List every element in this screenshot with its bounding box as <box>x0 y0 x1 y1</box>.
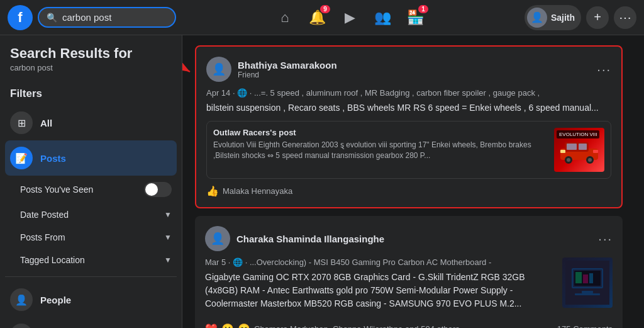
post2-content-row: Mar 5 · 🌐 · ...Overclocking) - MSI B450 … <box>205 257 613 317</box>
svg-rect-17 <box>589 273 593 283</box>
filters-title: Filters <box>5 82 177 105</box>
svg-rect-4 <box>579 144 587 150</box>
post2-avatar: 👤 <box>205 226 230 251</box>
shared-post-content: Outlaw Racers's post Evolution Viii Eigh… <box>213 128 548 172</box>
date-posted-item[interactable]: Date Posted ▼ <box>15 203 177 226</box>
plus-icon: + <box>594 10 601 25</box>
svg-rect-19 <box>575 293 600 295</box>
all-icon: ⊞ <box>10 111 33 134</box>
posts-from-chevron: ▼ <box>164 233 172 242</box>
search-results-title: Search Results for <box>5 45 177 63</box>
groups-icon: 👥 <box>374 9 391 26</box>
sidebar: Search Results for carbon post Filters ⊞… <box>0 35 182 328</box>
search-input[interactable] <box>62 12 163 23</box>
people-icon: 👤 <box>10 288 33 311</box>
sidebar-item-photos[interactable]: 🖼️ Photos <box>5 317 177 328</box>
wow-emoji: 😮 <box>221 323 234 328</box>
sidebar-people-label: People <box>40 295 71 305</box>
shared-post-title: Outlaw Racers's post <box>213 128 548 137</box>
post1-date: Apr 14 · 🌐 · ...=. 5 speed , aluminum ro… <box>206 88 611 98</box>
nav-home-button[interactable]: ⌂ <box>270 3 300 33</box>
facebook-logo: f <box>8 5 33 30</box>
play-icon: ▶ <box>345 9 355 26</box>
user-profile-button[interactable]: 👤 Sajith <box>525 5 581 30</box>
svg-rect-18 <box>582 291 593 293</box>
user-name: Sajith <box>551 13 575 23</box>
body-layout: Search Results for carbon post Filters ⊞… <box>0 35 644 328</box>
heart-emoji: ❤️ <box>205 323 218 328</box>
tagged-location-chevron: ▼ <box>164 256 172 264</box>
nav-notifications-button[interactable]: 🔔 9 <box>303 3 333 33</box>
sidebar-item-all[interactable]: ⊞ All <box>5 105 177 140</box>
search-icon: 🔍 <box>47 13 57 23</box>
posts-seen-label: Posts You've Seen <box>20 184 93 195</box>
post1-avatar: 👤 <box>206 57 231 82</box>
home-icon: ⌂ <box>280 9 289 26</box>
sidebar-all-label: All <box>40 118 52 128</box>
tagged-location-label: Tagged Location <box>20 255 85 265</box>
photos-icon: 🖼️ <box>10 324 33 328</box>
svg-rect-9 <box>560 150 565 153</box>
posts-you-seen-item[interactable]: Posts You've Seen <box>15 176 177 203</box>
svg-point-8 <box>588 158 592 162</box>
svg-point-6 <box>567 158 570 162</box>
search-query-text: carbon post <box>5 63 177 82</box>
nav-right: 👤 Sajith + ⋯ <box>525 5 636 30</box>
post2-reactions: ❤️ 😮 😄 Chamara Madushan, Channa Wijerath… <box>205 323 613 328</box>
nav-groups-button[interactable]: 👥 <box>368 3 398 33</box>
post2-text-block: Mar 5 · 🌐 · ...Overclocking) - MSI B450 … <box>205 257 556 317</box>
post1-subtitle: Friend <box>238 71 591 79</box>
evolution-label: EVOLUTION VIII <box>557 130 599 139</box>
post2-username[interactable]: Charaka Shaminda Illangasinghe <box>236 234 592 244</box>
post1-reaction-user: Malaka Hennayaka <box>223 186 292 196</box>
shared-post-image: EVOLUTION VIII <box>554 128 604 172</box>
avatar: 👤 <box>527 8 547 28</box>
svg-rect-10 <box>593 150 598 153</box>
nav-marketplace-button[interactable]: 🏪 1 <box>401 3 431 33</box>
post2-image <box>562 257 613 308</box>
post1-reactions: 👍 Malaka Hennayaka <box>206 185 611 197</box>
post2-reaction-users: Chamara Madushan, Channa Wijerathne and … <box>254 324 460 328</box>
tagged-location-item[interactable]: Tagged Location ▼ <box>15 249 177 271</box>
post1-user-info: Bhathiya Samarakoon Friend <box>238 60 591 79</box>
post2-menu-button[interactable]: ··· <box>598 232 613 246</box>
post2-text: Gigabyte Gaming OC RTX 2070 8GB Graphics… <box>205 271 556 310</box>
sidebar-posts-label: Posts <box>40 153 66 164</box>
sidebar-item-people[interactable]: 👤 People <box>5 282 177 317</box>
main-content: 👤 Bhathiya Samarakoon Friend ··· Apr 14 … <box>182 35 644 328</box>
post2-comment-count: 175 Comments <box>557 324 613 328</box>
sidebar-item-posts[interactable]: 📝 Posts <box>5 140 177 176</box>
posts-icon: 📝 <box>10 147 33 169</box>
date-posted-chevron: ▼ <box>164 210 172 219</box>
post-card-1: 👤 Bhathiya Samarakoon Friend ··· Apr 14 … <box>195 45 623 208</box>
sidebar-divider <box>5 276 177 277</box>
post2-date: Mar 5 · 🌐 · ...Overclocking) - MSI B450 … <box>205 257 556 267</box>
posts-seen-toggle[interactable] <box>144 182 172 197</box>
top-navigation: f 🔍 ⌂ 🔔 9 ▶ 👥 🏪 1 👤 Sajith + <box>0 0 644 35</box>
posts-submenu: Posts You've Seen Date Posted ▼ Posts Fr… <box>5 176 177 271</box>
search-box[interactable]: 🔍 <box>38 7 176 28</box>
svg-rect-15 <box>575 272 582 283</box>
date-posted-label: Date Posted <box>20 210 69 220</box>
pc-image-svg <box>565 261 609 305</box>
posts-from-item[interactable]: Posts From ▼ <box>15 226 177 249</box>
post1-username[interactable]: Bhathiya Samarakoon <box>238 60 591 71</box>
nav-watch-button[interactable]: ▶ <box>335 3 365 33</box>
posts-from-label: Posts From <box>20 232 65 242</box>
red-arrow <box>182 53 199 91</box>
menu-dots-button[interactable]: ⋯ <box>614 6 636 29</box>
shared-post-desc: Evolution Viii Eighth Generation 2003 ȿ … <box>213 140 548 161</box>
post2-user-info: Charaka Shaminda Illangasinghe <box>236 234 592 244</box>
like-emoji: 👍 <box>206 185 219 197</box>
nav-icons: ⌂ 🔔 9 ▶ 👥 🏪 1 <box>181 3 519 33</box>
post1-shared-post[interactable]: Outlaw Racers's post Evolution Viii Eigh… <box>206 121 611 179</box>
marketplace-badge: 1 <box>418 5 428 13</box>
post1-menu-button[interactable]: ··· <box>597 62 611 77</box>
notifications-badge: 9 <box>320 5 330 13</box>
add-button[interactable]: + <box>586 6 609 29</box>
post1-header: 👤 Bhathiya Samarakoon Friend ··· <box>206 57 611 82</box>
haha-emoji: 😄 <box>238 323 250 328</box>
svg-rect-16 <box>583 274 588 283</box>
post1-text: bilstein suspension , Recaro seats , BBS… <box>206 101 611 115</box>
post-card-2: 👤 Charaka Shaminda Illangasinghe ··· Mar… <box>195 216 623 328</box>
